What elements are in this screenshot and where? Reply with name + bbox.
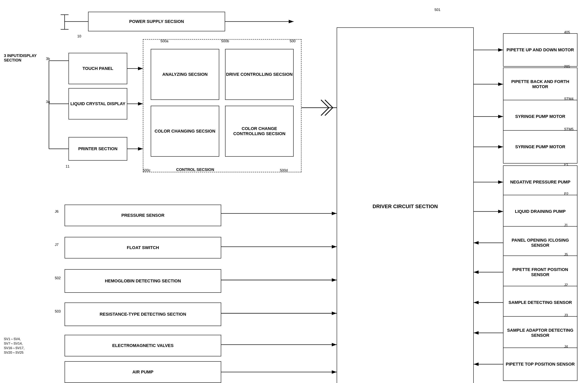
pressure-sensor-box: PRESSURE SENSOR	[64, 205, 221, 226]
control-secsion-label: CONTROL SECSION	[176, 168, 214, 172]
label-500d: 500d	[280, 168, 288, 172]
label-500a: 500a	[161, 39, 168, 43]
label-205: 205	[564, 65, 570, 69]
label-j1: J1	[564, 223, 568, 227]
drive-controlling-box: DRIVE CONTROLLING SECSION	[225, 49, 294, 100]
label-503: 503	[55, 309, 61, 314]
pipette-back-forth-box: PIPETTE BACK AND FORTH MOTOR	[503, 67, 577, 101]
label-11: 11	[65, 165, 69, 169]
float-switch-box: FLOAT SWITCH	[64, 237, 221, 258]
pipette-up-down-box: PIPETTE UP AND DOWN MOTOR	[503, 33, 577, 66]
label-500c: 500c	[143, 168, 150, 172]
label-501: 501	[435, 8, 441, 12]
syringe-pump-5-box: SYRINGE PUMP MOTOR	[503, 130, 577, 164]
power-supply-box: POWER SUPPLY SECSION	[88, 12, 225, 31]
label-p1: P1	[564, 163, 568, 167]
label-p2: P2	[564, 192, 568, 196]
touch-panel-box: TOUCH PANEL	[68, 53, 127, 84]
label-500: 500	[290, 39, 295, 43]
liquid-crystal-box: LIQUID CRYSTAL DISPLAY	[68, 88, 127, 119]
label-10: 10	[77, 34, 81, 38]
label-j7: J7	[55, 243, 59, 247]
label-3b: 3b	[46, 57, 50, 61]
air-pump-box: AIR PUMP	[64, 361, 221, 383]
label-405: 405	[564, 30, 570, 34]
label-502: 502	[55, 276, 61, 280]
label-sv: SV1～SV4, SV7～SV14, SV16～SV17, SV20～SV25	[4, 337, 24, 355]
resistance-box: RESISTANCE-TYPE DETECTING SECTION	[64, 302, 221, 326]
label-j5: J5	[564, 253, 568, 257]
color-changing-box: COLOR CHANGING SECSION	[151, 106, 219, 157]
color-change-controlling-box: COLOR CHANGE CONTROLLING SECSION	[225, 106, 294, 157]
printer-box: PRINTER SECTION	[68, 137, 127, 161]
label-j3: J3	[564, 313, 568, 318]
label-500b: 500b	[221, 39, 229, 43]
label-j6: J6	[55, 210, 59, 214]
label-j4: J4	[564, 345, 568, 349]
input-display-label: 3 INPUT/DISPLAY SECTION	[4, 49, 37, 63]
label-j2: J2	[564, 283, 568, 287]
pipette-top-box: PIPETTE TOP POSITION SENSOR	[503, 348, 577, 381]
label-stm4: STM4	[564, 97, 573, 101]
hemoglobin-box: HEMOGLOBIN DETECTING SECTION	[64, 269, 221, 293]
analyzing-box: ANALYZING SECSION	[151, 49, 219, 100]
label-3a: 3a	[46, 100, 50, 104]
driver-circuit-box: DRIVER CIRCUIT SECTION	[337, 27, 474, 383]
electromagnetic-box: ELECTROMAGNETIC VALVES	[64, 335, 221, 356]
label-stm5: STM5	[564, 127, 573, 131]
